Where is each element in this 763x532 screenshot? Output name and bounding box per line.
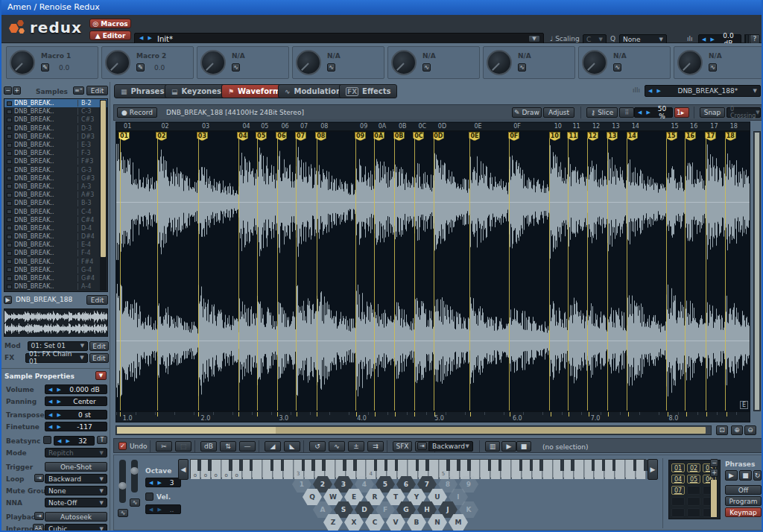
sample-list-item[interactable]: DNB_BREAK..E-3: [4, 141, 107, 149]
volume-value[interactable]: ◀ ▶0.000 dB: [45, 384, 107, 394]
macro-knob-7[interactable]: N/A∿: [578, 46, 671, 79]
smooth-icon[interactable]: ∿: [329, 441, 345, 452]
slice-sensitivity[interactable]: ◀ ▶50 %: [634, 107, 673, 118]
keyboard-focus-button[interactable]: ▥: [485, 441, 500, 452]
phrase-empty-slot[interactable]: [687, 486, 700, 495]
phrase-play-button[interactable]: ▶: [725, 470, 738, 481]
slider-mod-icon-2[interactable]: ∿: [130, 498, 140, 507]
antialias-button[interactable]: AA: [33, 524, 44, 532]
sample-list-item[interactable]: DNB_BREAK..C#3: [4, 115, 107, 124]
macro-edit-icon[interactable]: ✎: [136, 63, 145, 72]
sample-play-button[interactable]: ▶: [4, 296, 12, 304]
macro-unassigned-icon[interactable]: ∿: [232, 63, 240, 72]
sample-list-item[interactable]: DNB_BREAK..E-4: [4, 241, 107, 249]
sample-selector-dropdown[interactable]: ◀ ▶DNB_BREAK_188*▼: [645, 85, 761, 97]
macro-knob-4[interactable]: N/A∿: [292, 46, 384, 79]
adjust-button[interactable]: Adjust: [543, 107, 574, 118]
interpolation-dropdown[interactable]: Cubic▼: [45, 524, 107, 532]
sample-list-item[interactable]: DNB_BREAK..A#3: [4, 191, 107, 199]
sample-select-box[interactable]: [7, 134, 12, 139]
slice-options-button[interactable]: ⫶⫶: [619, 107, 634, 118]
sample-add-button[interactable]: +: [13, 86, 21, 95]
samples-scrollbar[interactable]: [100, 100, 107, 291]
process-loop-dropdown[interactable]: Backward▼: [428, 441, 473, 452]
phrase-empty-slot[interactable]: [687, 497, 700, 506]
fx-chain-dropdown[interactable]: 01: FX Chain 01▼: [25, 353, 87, 363]
phrase-off-button[interactable]: Off: [725, 485, 762, 495]
macro-knob-1[interactable]: Macro 1✎0.0: [6, 46, 98, 79]
sample-select-box[interactable]: [7, 101, 12, 106]
phrase-program-button[interactable]: Program: [725, 496, 762, 506]
snap-mode-dropdown[interactable]: 0 Crossing▼: [726, 107, 761, 118]
zoom-in-button[interactable]: ⊕: [731, 425, 743, 435]
knob-dial[interactable]: [296, 50, 321, 75]
vertical-zoom-scrollbar[interactable]: [753, 131, 761, 411]
macro-unassigned-icon[interactable]: ∿: [613, 63, 621, 72]
macro-unassigned-icon[interactable]: ∿: [518, 63, 526, 72]
macro-unassigned-icon[interactable]: ∿: [422, 63, 431, 72]
sample-select-box[interactable]: [7, 209, 12, 214]
sample-list-item[interactable]: DNB_BREAK..G-3: [4, 166, 107, 174]
sample-select-box[interactable]: [7, 143, 12, 148]
sample-list-item[interactable]: DNB_BREAK..G#4: [4, 274, 107, 282]
cut-icon[interactable]: ✂: [156, 441, 172, 452]
sample-sort-button[interactable]: ≡⁺: [73, 86, 84, 95]
sample-select-box[interactable]: [7, 118, 12, 122]
piano-white-key[interactable]: [615, 460, 625, 479]
phrase-empty-slot[interactable]: [671, 497, 685, 506]
sample-list-item[interactable]: DNB_BREAK..D#3: [4, 133, 107, 141]
reverse-icon[interactable]: ↺: [309, 441, 326, 452]
mod-set-dropdown[interactable]: 01: Set 01▼: [28, 341, 89, 351]
sample-select-box[interactable]: [7, 218, 12, 222]
phrase-button-04[interactable]: 04: [671, 475, 685, 484]
fade-out-icon[interactable]: ◣: [284, 441, 300, 452]
sample-list-item[interactable]: DNB_BREAK..C-3: [4, 107, 107, 115]
phrase-loop-button[interactable]: ↻: [753, 470, 762, 481]
sample-select-box[interactable]: [7, 267, 12, 272]
normalize-icon[interactable]: ⇅: [220, 441, 236, 452]
phrase-empty-slot[interactable]: [671, 508, 685, 517]
sample-select-box[interactable]: [7, 159, 12, 164]
slice-ruler[interactable]: 0102030405060708090A0B0C0D0E0F1011121314…: [115, 121, 750, 131]
sample-select-box[interactable]: [7, 168, 12, 172]
velocity-checkbox[interactable]: [145, 493, 153, 501]
horizontal-scrollbar[interactable]: [115, 425, 712, 435]
phrase-stop-button[interactable]: ■: [739, 470, 752, 481]
beatsync-value[interactable]: ◀ ▶32: [54, 436, 95, 446]
gain-icon[interactable]: dB: [200, 441, 217, 452]
piano-white-key[interactable]: [543, 460, 553, 479]
macro-knob-6[interactable]: N/A∿: [483, 46, 575, 79]
undo-checkbox[interactable]: ✓: [118, 442, 127, 450]
fade-in-icon[interactable]: ◢: [265, 441, 281, 452]
zoom-out-button[interactable]: ⊖: [744, 425, 756, 435]
knob-dial[interactable]: [105, 50, 130, 75]
macro-unassigned-icon[interactable]: ∿: [327, 63, 335, 72]
velocity-slider[interactable]: [119, 460, 126, 503]
editor-button[interactable]: ▲ Editor: [89, 31, 131, 40]
sample-select-box[interactable]: [7, 243, 12, 247]
phrase-button-05[interactable]: 05: [687, 475, 700, 484]
macro-knob-2[interactable]: Macro 2✎0.0: [101, 46, 194, 79]
sample-list-item[interactable]: DNB_BREAK..A-3: [4, 183, 107, 191]
sample-select-box[interactable]: [7, 226, 12, 230]
tab-phrases[interactable]: ▦Phrases: [114, 84, 171, 98]
play-selection-button[interactable]: ▶: [501, 441, 516, 452]
dc-offset-icon[interactable]: —: [239, 441, 256, 452]
macro-unassigned-icon[interactable]: ∿: [709, 63, 717, 72]
transpose-value[interactable]: ◀ ▶0 st: [45, 410, 107, 419]
sample-list-item[interactable]: DNB_BREAK..C#4: [4, 216, 107, 224]
sample-remove-button[interactable]: −: [4, 86, 12, 95]
macro-knob-3[interactable]: N/A∿: [197, 46, 289, 79]
octave-value[interactable]: ◀ ▶3: [145, 478, 181, 487]
sample-select-box[interactable]: [7, 201, 12, 206]
slider-mod-icon-1[interactable]: ∿: [118, 509, 128, 517]
beatsync-checkbox[interactable]: [43, 436, 51, 444]
knob-dial[interactable]: [10, 50, 35, 75]
macro-edit-icon[interactable]: ✎: [41, 63, 49, 72]
sample-select-box[interactable]: [7, 251, 12, 256]
slice-mode-button[interactable]: 1▸: [674, 107, 689, 118]
sample-select-box[interactable]: [7, 151, 12, 156]
fx-edit-button[interactable]: Edit: [89, 353, 109, 363]
sample-select-box[interactable]: [7, 259, 12, 264]
record-button[interactable]: ● Record: [117, 107, 157, 118]
